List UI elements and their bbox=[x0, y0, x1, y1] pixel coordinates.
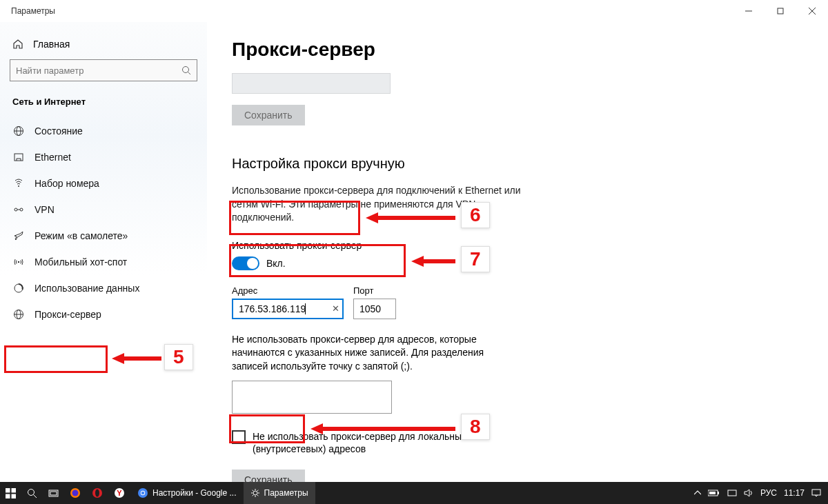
taskbar-yandex[interactable]: Y bbox=[108, 482, 130, 504]
sidebar-item-datausage[interactable]: Использование данных bbox=[0, 275, 207, 301]
vpn-icon bbox=[12, 203, 25, 216]
close-button[interactable] bbox=[796, 0, 828, 22]
search-field[interactable] bbox=[16, 65, 181, 76]
globe-icon bbox=[12, 125, 25, 137]
address-port-row: Адрес 176.53.186.119 ✕ Порт 1050 bbox=[232, 285, 828, 319]
svg-rect-34 bbox=[50, 492, 57, 495]
local-addresses-label: Не использовать прокси-сервер для локаль… bbox=[253, 430, 529, 456]
use-proxy-toggle[interactable] bbox=[232, 256, 259, 270]
ethernet-icon bbox=[12, 151, 25, 163]
exclude-description: Не использовать прокси-сервер для адресо… bbox=[232, 333, 522, 374]
tray-language[interactable]: РУС bbox=[760, 488, 777, 498]
tray-battery-icon[interactable] bbox=[708, 490, 720, 496]
svg-rect-46 bbox=[718, 492, 719, 494]
svg-point-11 bbox=[14, 208, 17, 211]
search-button[interactable] bbox=[21, 482, 43, 504]
sidebar-item-dialup[interactable]: Набор номера bbox=[0, 170, 207, 196]
svg-rect-49 bbox=[812, 490, 820, 495]
tray-time[interactable]: 11:17 bbox=[784, 488, 805, 498]
gear-icon bbox=[250, 488, 260, 498]
data-usage-icon bbox=[12, 282, 25, 294]
minimize-button[interactable] bbox=[733, 0, 765, 22]
svg-rect-47 bbox=[709, 492, 716, 494]
home-icon bbox=[12, 39, 23, 50]
svg-point-43 bbox=[141, 492, 145, 495]
maximize-button[interactable] bbox=[765, 0, 796, 22]
address-input[interactable]: 176.53.186.119 ✕ bbox=[232, 299, 344, 319]
svg-point-44 bbox=[253, 491, 257, 495]
svg-line-5 bbox=[188, 72, 191, 75]
taskbar-chrome[interactable]: Настройки - Google ... bbox=[130, 482, 244, 504]
clear-icon[interactable]: ✕ bbox=[332, 303, 339, 314]
tray-notifications-icon[interactable] bbox=[811, 489, 821, 497]
sidebar-item-label: Мобильный хот-спот bbox=[34, 256, 127, 268]
taskbar-settings[interactable]: Параметры bbox=[244, 482, 315, 504]
exclude-textarea[interactable] bbox=[232, 381, 392, 414]
hotspot-icon bbox=[12, 256, 25, 268]
svg-rect-30 bbox=[12, 494, 17, 498]
tray-chevron-icon[interactable] bbox=[694, 490, 701, 496]
svg-rect-28 bbox=[12, 488, 17, 493]
system-tray[interactable]: РУС 11:17 bbox=[687, 488, 828, 498]
svg-text:Y: Y bbox=[117, 489, 122, 497]
svg-rect-27 bbox=[6, 488, 10, 493]
sidebar-item-label: Прокси-сервер bbox=[34, 309, 101, 320]
use-proxy-block: Использовать прокси-сервер Вкл. bbox=[232, 240, 362, 270]
taskbar: Y Настройки - Google ... Параметры РУС 1… bbox=[0, 482, 828, 504]
sidebar-item-airplane[interactable]: Режим «в самолете» bbox=[0, 223, 207, 249]
sidebar-home[interactable]: Главная bbox=[0, 34, 207, 59]
sidebar-home-label: Главная bbox=[33, 39, 70, 50]
taskbar-settings-label: Параметры bbox=[264, 488, 308, 498]
tray-network-icon[interactable] bbox=[727, 489, 737, 497]
use-proxy-label: Использовать прокси-сервер bbox=[232, 240, 362, 251]
sidebar-item-hotspot[interactable]: Мобильный хот-спот bbox=[0, 249, 207, 275]
dialup-icon bbox=[12, 177, 25, 190]
sidebar-item-label: Набор номера bbox=[34, 178, 99, 189]
save-button[interactable]: Сохранить bbox=[232, 470, 305, 482]
sidebar-item-label: Состояние bbox=[34, 125, 83, 137]
svg-point-4 bbox=[183, 67, 189, 73]
svg-point-36 bbox=[72, 490, 79, 496]
tray-volume-icon[interactable] bbox=[744, 489, 753, 497]
taskbar-chrome-label: Настройки - Google ... bbox=[152, 488, 237, 498]
search-icon bbox=[181, 65, 191, 75]
page-title: Прокси-сервер bbox=[232, 39, 828, 61]
svg-point-14 bbox=[18, 261, 19, 263]
sidebar-item-vpn[interactable]: VPN bbox=[0, 196, 207, 223]
sidebar: Главная Сеть и Интернет Состояние Ethern… bbox=[0, 22, 207, 482]
sidebar-item-ethernet[interactable]: Ethernet bbox=[0, 144, 207, 170]
save-button-disabled: Сохранить bbox=[232, 105, 305, 125]
port-label: Порт bbox=[353, 285, 396, 296]
taskview-button[interactable] bbox=[43, 482, 64, 504]
taskbar-firefox[interactable] bbox=[64, 482, 86, 504]
svg-point-38 bbox=[95, 490, 99, 497]
sidebar-item-status[interactable]: Состояние bbox=[0, 118, 207, 144]
port-input[interactable]: 1050 bbox=[353, 299, 396, 319]
address-label: Адрес bbox=[232, 285, 344, 296]
sidebar-item-label: VPN bbox=[34, 204, 55, 215]
svg-rect-9 bbox=[14, 154, 23, 161]
local-addresses-checkbox[interactable] bbox=[232, 430, 246, 444]
svg-point-31 bbox=[28, 489, 34, 495]
titlebar: Параметры bbox=[0, 0, 828, 22]
main-content: Прокси-сервер Сохранить Настройка прокси… bbox=[207, 22, 828, 482]
svg-rect-48 bbox=[728, 490, 736, 496]
toggle-state-label: Вкл. bbox=[266, 258, 286, 269]
svg-point-10 bbox=[18, 185, 19, 187]
sidebar-section-title: Сеть и Интернет bbox=[0, 94, 207, 118]
proxy-icon bbox=[12, 308, 25, 321]
window-title: Параметры bbox=[11, 6, 55, 16]
start-button[interactable] bbox=[0, 482, 21, 504]
sidebar-item-label: Режим «в самолете» bbox=[34, 230, 128, 241]
sidebar-item-label: Ethernet bbox=[34, 152, 71, 163]
address-value: 176.53.186.119 bbox=[239, 303, 306, 314]
taskbar-opera[interactable] bbox=[86, 482, 108, 504]
search-input[interactable] bbox=[10, 59, 197, 81]
svg-rect-29 bbox=[6, 494, 10, 498]
script-address-input[interactable] bbox=[232, 73, 391, 94]
port-value: 1050 bbox=[359, 303, 381, 314]
svg-point-12 bbox=[20, 208, 23, 211]
sidebar-item-proxy[interactable]: Прокси-сервер bbox=[0, 301, 207, 327]
airplane-icon bbox=[12, 230, 25, 242]
manual-setup-description: Использование прокси-сервера для подключ… bbox=[232, 184, 522, 225]
